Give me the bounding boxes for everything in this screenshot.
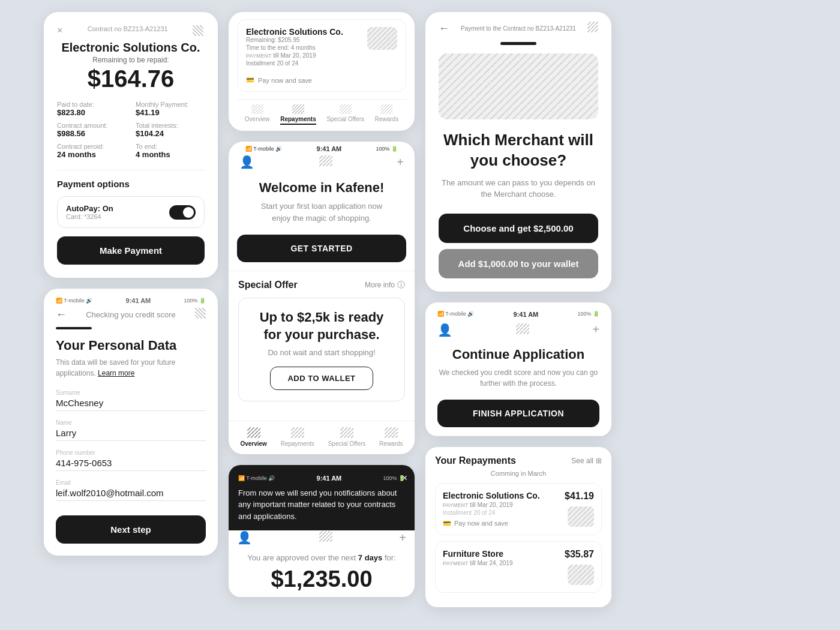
nav-repayments[interactable]: Repayments	[281, 427, 314, 447]
nav-repayments-label: Repayments	[281, 440, 314, 447]
monthly-payment-label: Monthly Payment:	[136, 101, 205, 108]
pay-now-label: Pay now and save	[258, 77, 312, 84]
item1-installment: Installment 20 of 24	[443, 509, 562, 516]
add-to-wallet-button[interactable]: Add $1,000.00 to your wallet	[439, 249, 598, 278]
progress-bar	[56, 327, 92, 329]
rep-remaining: Remaining: $205.95	[246, 37, 343, 43]
nav-repayments[interactable]: Repayments	[280, 104, 316, 125]
finish-application-button[interactable]: FINISH APPLICATION	[437, 400, 599, 427]
add-to-wallet-button[interactable]: ADD TO WALLET	[270, 367, 373, 390]
svg-line-1	[196, 25, 203, 32]
rep-payment-date: till Mar 20, 2019	[273, 52, 316, 59]
add-icon[interactable]: +	[592, 323, 599, 337]
page-title: Your Personal Data	[56, 338, 206, 353]
nav-rewards[interactable]: Rewards	[375, 104, 398, 125]
card-label: Card: *3264	[66, 213, 113, 220]
nav-special-offers[interactable]: Special Offers	[326, 104, 364, 125]
notification-bar: 📶 T-mobile 🔊 9:41 AM 100% 🔋 From now we …	[229, 465, 415, 530]
email-label: Email	[56, 479, 206, 486]
rep-installment: Installment 20 of 24	[246, 60, 343, 67]
notification-text: From now we will send you notifications …	[238, 487, 405, 523]
person-icon: 👤	[237, 530, 252, 545]
svg-rect-35	[439, 53, 598, 119]
learn-more-link[interactable]: Learn more	[98, 369, 134, 377]
grid-icon: ⊞	[596, 457, 602, 465]
svg-rect-27	[340, 427, 353, 438]
person-icon: 👤	[239, 155, 254, 169]
info-icon: ⓘ	[397, 280, 405, 290]
signal-status: 📶 T-mobile 🔊	[245, 146, 282, 152]
battery-status: 100% 🔋	[184, 298, 206, 304]
choose-merchant-button[interactable]: Choose and get $2,500.00	[439, 214, 598, 243]
card-visual	[439, 53, 598, 119]
close-icon[interactable]: ×	[57, 25, 62, 36]
nav-overview[interactable]: Overview	[240, 427, 266, 447]
time-display: 9:41 AM	[317, 145, 342, 152]
back-icon[interactable]: ←	[56, 308, 67, 321]
add-icon[interactable]: +	[397, 155, 404, 169]
battery-status: 100% 🔋	[577, 311, 599, 318]
approved-text: You are approved over the next 7 days fo…	[229, 552, 415, 566]
nav-rewards[interactable]: Rewards	[379, 427, 403, 447]
offer-headline: Up to $2,5k is readyfor your purchase.	[248, 309, 395, 343]
contract-period-value: 24 months	[57, 150, 126, 159]
item1-pay-now: Pay now and save	[454, 520, 508, 527]
special-offer-title: Special Offer	[238, 280, 298, 290]
back-icon[interactable]: ←	[439, 22, 449, 35]
total-interests-label: Total interests:	[136, 122, 205, 129]
svg-rect-31	[319, 531, 332, 542]
to-end-label: To end:	[136, 143, 205, 150]
hatch-icon	[319, 531, 332, 544]
add-icon[interactable]: +	[399, 531, 406, 545]
hatch-icon	[193, 25, 205, 38]
nav-special-offers[interactable]: Special Offers	[328, 427, 366, 447]
nav-rewards-label: Rewards	[375, 116, 398, 122]
next-step-button[interactable]: Next step	[56, 515, 206, 544]
email-value: leif.wolf2010@hotmail.com	[56, 488, 206, 501]
svg-rect-17	[340, 104, 352, 114]
item1-company: Electronic Solutions Co.	[443, 491, 562, 500]
svg-rect-29	[385, 427, 398, 438]
item2-card-visual	[568, 565, 594, 585]
autopay-label: AutoPay: On	[66, 204, 113, 213]
continue-title: Continue Application	[437, 347, 599, 362]
autopay-toggle[interactable]	[169, 205, 196, 220]
nav-overview[interactable]: Overview	[245, 104, 270, 125]
contract-period-label: Contract peroid:	[57, 143, 126, 150]
item2-company: Furniture Store	[443, 549, 562, 559]
repayments-mini-card: Electronic Solutions Co. Remaining: $205…	[229, 12, 415, 131]
svg-rect-13	[251, 104, 263, 114]
days-strong: 7 days	[358, 553, 382, 562]
contract-amount-label: Contract amount:	[57, 122, 126, 129]
item1-payment-date: till Mar 20, 2019	[470, 502, 512, 508]
nav-overview-label: Overview	[240, 440, 266, 447]
total-interests-value: $104.24	[136, 129, 205, 138]
svg-line-4	[193, 32, 196, 36]
svg-line-9	[195, 315, 199, 319]
paid-to-date-value: $823.80	[57, 108, 126, 117]
make-payment-button[interactable]: Make Payment	[57, 236, 205, 265]
svg-line-2	[200, 25, 203, 29]
close-icon[interactable]: ×	[402, 471, 407, 485]
surname-label: Surname	[56, 389, 206, 396]
item1-card-visual	[568, 506, 594, 527]
item1-amount: $41.19	[565, 491, 594, 502]
card-icon: 💳	[246, 76, 254, 84]
svg-rect-11	[367, 27, 397, 50]
svg-rect-37	[516, 323, 529, 334]
continue-application-card: 📶 T-mobile 🔊 9:41 AM 100% 🔋 👤 + Continue…	[425, 302, 611, 436]
get-started-button[interactable]: GET STARTED	[237, 235, 406, 262]
time-display: 9:41 AM	[126, 297, 151, 304]
more-info-link[interactable]: More info ⓘ	[365, 280, 405, 290]
paid-to-date-label: Paid to date:	[57, 101, 126, 108]
svg-line-3	[193, 29, 200, 36]
progress-bar	[500, 42, 536, 45]
signal-icon: 📶 T-mobile 🔊	[56, 298, 92, 304]
contract-card: × Contract no BZ213-A21231 Electronic So…	[44, 12, 218, 278]
company-name: Electronic Solutions Co.	[57, 41, 205, 55]
svg-rect-23	[247, 427, 260, 438]
welcome-subtitle: Start your first loan application nowenj…	[237, 200, 406, 224]
rep-company-name: Electronic Solutions Co.	[246, 27, 343, 37]
see-all-link[interactable]: See all ⊞	[571, 457, 602, 465]
welcome-title: Welcome in Kafene!	[237, 180, 406, 196]
